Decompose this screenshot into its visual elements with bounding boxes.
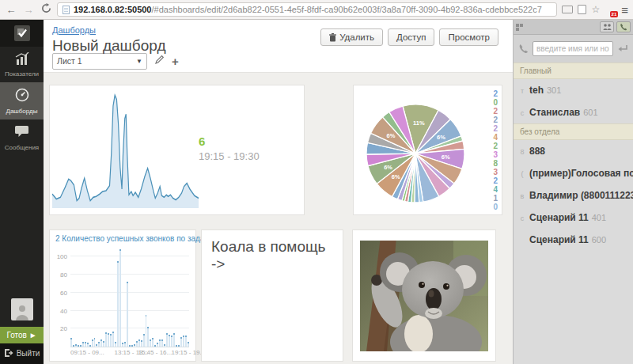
bar: [108, 333, 109, 347]
phone-icon: [620, 23, 627, 31]
contact-row[interactable]: 8888: [514, 140, 633, 162]
bar: [185, 336, 187, 347]
contacts-tab-button[interactable]: [600, 21, 614, 32]
contact-group-header: Главный: [514, 63, 633, 79]
bar: [89, 345, 91, 347]
app-logo[interactable]: [0, 20, 44, 47]
bar: [138, 339, 140, 347]
back-icon[interactable]: ←: [5, 4, 17, 16]
bar: [134, 344, 135, 347]
avatar[interactable]: [11, 298, 33, 320]
contact-row[interactable]: сСтанислав601: [514, 101, 633, 123]
bar: [129, 345, 131, 347]
contact-row[interactable]: ((пример)Голосовая почта999: [514, 162, 633, 184]
bar-x-tick: 15:45 - 16...: [138, 349, 172, 356]
dialer-tab-button[interactable]: [616, 21, 631, 32]
ready-status-button[interactable]: Готов ►: [0, 327, 44, 343]
pie-legend-value: 2: [493, 116, 498, 124]
sidebar-item-dashboards[interactable]: Дашборды: [0, 82, 44, 119]
bar: [176, 345, 177, 347]
url-host: 192.168.0.82:50500: [74, 5, 151, 14]
bar: [105, 332, 107, 347]
bar: [112, 332, 114, 347]
sidebar-item-messages[interactable]: Сообщения: [0, 119, 44, 156]
pie-legend-value: 0: [493, 203, 498, 211]
bar: [82, 342, 84, 347]
delete-button[interactable]: Удалить: [320, 28, 383, 46]
clipboard-icon[interactable]: [578, 5, 586, 14]
contact-row[interactable]: сСценарий 11401: [514, 207, 633, 229]
bar: [161, 339, 163, 347]
svg-text:6%: 6%: [442, 154, 450, 161]
pie-legend-value: 0: [493, 98, 498, 107]
svg-text:6%: 6%: [392, 173, 400, 180]
bookmark-star-icon[interactable]: ☆: [591, 4, 600, 15]
koala-photo: [360, 241, 488, 351]
contact-name: Владимир (88001112233): [529, 190, 633, 201]
bar: [178, 345, 180, 347]
screen: ← → 192.168.0.82:50500/#dashboards/edit/…: [0, 0, 633, 364]
widget-line-chart[interactable]: 6 19:15 - 19:30: [49, 85, 305, 215]
bar-chart-bars: [70, 248, 189, 347]
extension-badge-icon[interactable]: 21: [605, 4, 616, 16]
browser-menu-icon[interactable]: ≡: [621, 3, 628, 17]
access-button[interactable]: Доступ: [388, 28, 434, 46]
bar: [92, 339, 93, 347]
bar: [141, 340, 142, 347]
contact-name: Станислав: [529, 107, 580, 118]
header-buttons: Удалить Доступ Просмотр: [320, 28, 498, 46]
add-sheet-button[interactable]: +: [172, 55, 179, 67]
sidebar-item-indicators[interactable]: Показатели: [0, 47, 44, 82]
forward-icon[interactable]: →: [22, 4, 35, 16]
bar: [152, 338, 154, 347]
bar: [183, 336, 184, 347]
contact-number: 601: [583, 108, 597, 117]
enter-arrow-icon[interactable]: [617, 45, 628, 53]
edit-sheet-button[interactable]: [154, 54, 165, 68]
reload-icon[interactable]: [40, 3, 52, 16]
bar: [87, 343, 89, 347]
bar: [159, 339, 161, 347]
contact-number: 301: [547, 85, 561, 95]
widget-image[interactable]: [352, 229, 496, 362]
contact-row[interactable]: Сценарий 11600: [514, 229, 633, 251]
app: Показатели Дашборды Сообщения Готов ►: [0, 20, 633, 364]
bar: [147, 327, 149, 347]
contact-prefix: (: [518, 170, 526, 178]
bar: [124, 342, 126, 347]
sheet-select[interactable]: Лист 1 ▼: [52, 53, 147, 70]
main-area: Дашборды Новый дашборд Удалить Доступ Пр…: [44, 20, 513, 364]
pie-legend: 20222423832410: [493, 89, 498, 214]
browser-chrome: ← → 192.168.0.82:50500/#dashboards/edit/…: [0, 0, 633, 20]
widget-bar-chart[interactable]: 2 Количество успешных звонков по задачам…: [49, 229, 196, 362]
contact-name: Сценарий 11: [529, 212, 589, 223]
highlight-value: 6: [199, 135, 260, 148]
address-bar[interactable]: 192.168.0.82:50500/#dashboards/edit/2d6a…: [57, 2, 557, 17]
sidebar-item-label: Показатели: [5, 70, 39, 78]
trash-icon: [329, 33, 336, 42]
delete-button-label: Удалить: [339, 32, 374, 42]
search-input[interactable]: [533, 41, 613, 56]
bar: [171, 336, 172, 347]
text-widget-content: Коала в помощь ->: [211, 238, 326, 272]
pie-legend-value: 1: [493, 194, 498, 203]
sheet-select-value: Лист 1: [57, 56, 82, 66]
widget-text[interactable]: Коала в помощь ->: [201, 229, 343, 362]
bar: [127, 282, 128, 347]
widget-pie-chart[interactable]: 11%6%6%6%6%6% 20222423832410: [353, 85, 502, 215]
logout-button[interactable]: Выйти: [0, 343, 44, 364]
handset-icon: [518, 44, 529, 54]
contact-row[interactable]: вВладимир (88001112233)500: [514, 184, 633, 207]
cast-icon[interactable]: [562, 6, 573, 13]
preview-button[interactable]: Просмотр: [439, 28, 498, 46]
speech-bubble-icon: [15, 125, 29, 142]
bar-x-tick: 19:15 - 19...: [172, 349, 206, 356]
bar-chart-plot: 2040608010009:15 - 09...13:15 - 13...15:…: [70, 248, 189, 347]
contact-name: Сценарий 11: [529, 234, 589, 245]
pie-legend-value: 2: [493, 142, 498, 150]
svg-text:6%: 6%: [384, 164, 392, 171]
bar: [188, 342, 189, 347]
contact-row[interactable]: тteh301: [514, 79, 633, 101]
breadcrumb[interactable]: Дашборды: [52, 25, 96, 35]
bar: [154, 345, 156, 347]
